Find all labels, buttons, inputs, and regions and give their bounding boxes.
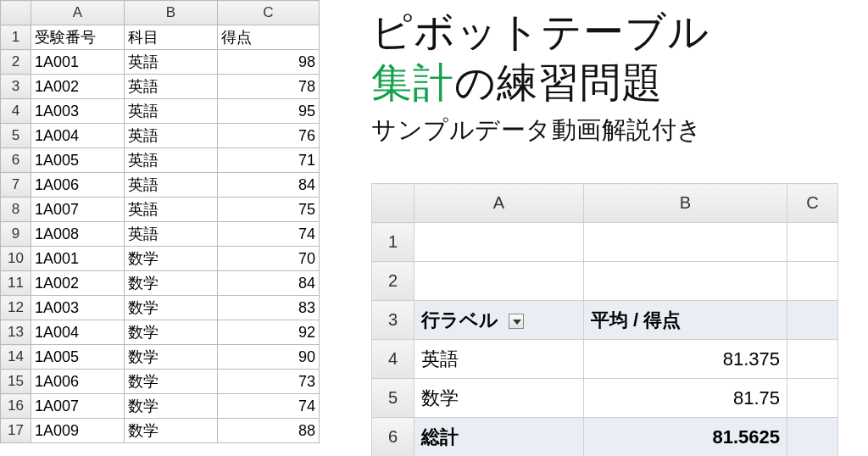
pivot-row-header[interactable]: 5 [372,379,415,418]
data-table[interactable]: A B C 1 受験番号 科目 得点 21A001英語9831A002英語784… [0,0,320,443]
row-header[interactable]: 15 [1,370,31,394]
cell-id[interactable]: 1A002 [31,75,125,99]
cell-id[interactable]: 1A004 [31,320,125,345]
row-header[interactable]: 3 [1,75,31,99]
cell-score[interactable]: 95 [218,99,320,124]
cell-subject[interactable]: 数学 [125,296,218,320]
pivot-select-all-corner[interactable] [372,184,415,223]
cell-id[interactable]: 1A003 [31,99,125,124]
cell-id[interactable]: 1A005 [31,345,125,370]
cell-subject[interactable]: 英語 [125,222,218,247]
row-header[interactable]: 5 [1,124,31,148]
cell-score[interactable]: 90 [218,345,320,370]
pivot-col-header-a[interactable]: A [415,184,584,223]
cell-subject[interactable]: 数学 [125,394,218,419]
pivot-category-label[interactable]: 英語 [415,340,584,379]
col-header-c[interactable]: C [218,1,320,25]
cell-id[interactable]: 1A002 [31,271,125,296]
pivot-col-header-c[interactable]: C [787,184,838,223]
pivot-empty-cell[interactable] [415,262,584,301]
cell-id[interactable]: 1A001 [31,247,125,271]
pivot-table[interactable]: A B C 1 2 3 行ラベル [371,183,838,456]
cell-subject[interactable]: 英語 [125,124,218,148]
pivot-empty-cell[interactable] [415,223,584,262]
pivot-empty-cell[interactable] [787,301,838,340]
pivot-row-header[interactable]: 4 [372,340,415,379]
cell-score[interactable]: 74 [218,222,320,247]
cell-subject[interactable]: 数学 [125,345,218,370]
cell-id[interactable]: 1A007 [31,197,125,222]
pivot-empty-cell[interactable] [787,262,838,301]
cell-subject[interactable]: 英語 [125,50,218,75]
row-header[interactable]: 10 [1,247,31,271]
pivot-total-value[interactable]: 81.5625 [584,418,787,457]
row-header[interactable]: 17 [1,419,31,443]
cell-score[interactable]: 88 [218,419,320,443]
row-header[interactable]: 12 [1,296,31,320]
dropdown-icon[interactable] [509,314,524,329]
row-header[interactable]: 9 [1,222,31,247]
cell-subject[interactable]: 英語 [125,75,218,99]
row-header[interactable]: 4 [1,99,31,124]
row-header[interactable]: 2 [1,50,31,75]
pivot-empty-cell[interactable] [787,340,838,379]
pivot-empty-cell[interactable] [584,223,787,262]
pivot-category-value[interactable]: 81.75 [584,379,787,418]
row-header[interactable]: 6 [1,148,31,173]
cell-subject[interactable]: 英語 [125,99,218,124]
cell-score[interactable]: 78 [218,75,320,99]
cell-id[interactable]: 1A004 [31,124,125,148]
cell-id[interactable]: 1A003 [31,296,125,320]
row-header[interactable]: 8 [1,197,31,222]
pivot-empty-cell[interactable] [787,379,838,418]
row-header[interactable]: 14 [1,345,31,370]
cell-score[interactable]: 70 [218,247,320,271]
cell-subject[interactable]: 数学 [125,271,218,296]
cell-score[interactable]: 71 [218,148,320,173]
pivot-empty-cell[interactable] [787,418,838,457]
pivot-row-header[interactable]: 1 [372,223,415,262]
pivot-category-label[interactable]: 数学 [415,379,584,418]
pivot-row-header[interactable]: 6 [372,418,415,457]
cell-subject[interactable]: 数学 [125,419,218,443]
cell-header-a[interactable]: 受験番号 [31,25,125,50]
cell-header-c[interactable]: 得点 [218,25,320,50]
pivot-row-labels-header[interactable]: 行ラベル [415,301,584,340]
cell-subject[interactable]: 数学 [125,370,218,394]
pivot-empty-cell[interactable] [584,262,787,301]
row-header[interactable]: 11 [1,271,31,296]
cell-subject[interactable]: 数学 [125,320,218,345]
pivot-category-value[interactable]: 81.375 [584,340,787,379]
cell-id[interactable]: 1A009 [31,419,125,443]
cell-subject[interactable]: 英語 [125,148,218,173]
cell-score[interactable]: 92 [218,320,320,345]
cell-header-b[interactable]: 科目 [125,25,218,50]
cell-score[interactable]: 74 [218,394,320,419]
cell-score[interactable]: 84 [218,173,320,197]
cell-score[interactable]: 76 [218,124,320,148]
pivot-total-label[interactable]: 総計 [415,418,584,457]
cell-subject[interactable]: 英語 [125,197,218,222]
row-header[interactable]: 13 [1,320,31,345]
cell-subject[interactable]: 数学 [125,247,218,271]
cell-score[interactable]: 84 [218,271,320,296]
cell-score[interactable]: 98 [218,50,320,75]
cell-id[interactable]: 1A006 [31,173,125,197]
cell-id[interactable]: 1A001 [31,50,125,75]
cell-score[interactable]: 73 [218,370,320,394]
pivot-values-header[interactable]: 平均 / 得点 [584,301,787,340]
pivot-row-header[interactable]: 2 [372,262,415,301]
col-header-a[interactable]: A [31,1,125,25]
cell-score[interactable]: 83 [218,296,320,320]
pivot-col-header-b[interactable]: B [584,184,787,223]
cell-subject[interactable]: 英語 [125,173,218,197]
row-header[interactable]: 1 [1,25,31,50]
cell-id[interactable]: 1A006 [31,370,125,394]
select-all-corner[interactable] [1,1,31,25]
cell-id[interactable]: 1A008 [31,222,125,247]
col-header-b[interactable]: B [125,1,218,25]
row-header[interactable]: 16 [1,394,31,419]
pivot-empty-cell[interactable] [787,223,838,262]
cell-score[interactable]: 75 [218,197,320,222]
cell-id[interactable]: 1A005 [31,148,125,173]
